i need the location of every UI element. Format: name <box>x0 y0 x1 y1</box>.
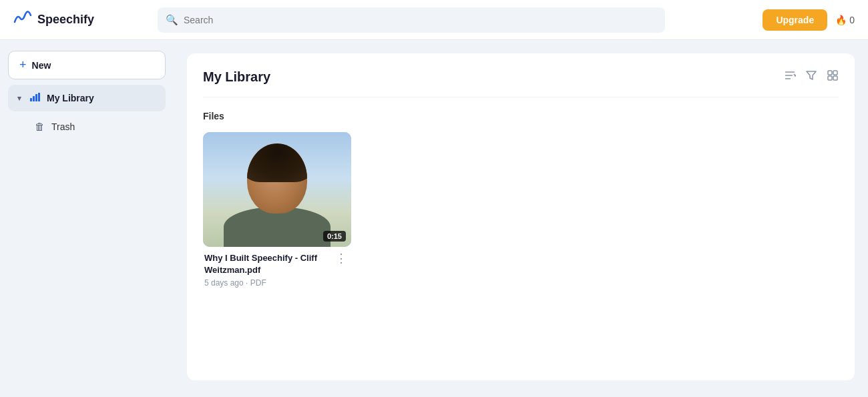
fire-badge: 🔥 0 <box>835 15 855 25</box>
fire-icon: 🔥 <box>835 15 847 25</box>
file-name: Why I Built Speechify - Cliff Weitzman.p… <box>204 252 333 276</box>
search-icon: 🔍 <box>166 14 178 26</box>
sidebar-item-my-library[interactable]: ▾ My Library <box>8 85 166 111</box>
file-type: PDF <box>250 278 266 288</box>
file-card[interactable]: 0:15 Why I Built Speechify - Cliff Weitz… <box>203 132 351 288</box>
file-menu-button[interactable]: ⋮ <box>333 251 350 266</box>
svg-rect-2 <box>35 94 37 101</box>
trash-icon: 🗑 <box>35 121 45 132</box>
toolbar-icons <box>784 69 839 85</box>
sidebar-item-trash[interactable]: 🗑 Trash <box>8 114 166 139</box>
file-meta: 5 days ago · PDF <box>204 278 333 288</box>
library-icon <box>29 91 40 105</box>
fire-count: 0 <box>849 15 855 25</box>
search-input[interactable] <box>184 15 657 25</box>
logo-text: Speechify <box>37 13 94 27</box>
app-header: Speechify 🔍 Upgrade 🔥 0 <box>0 0 868 40</box>
library-card: My Library <box>187 53 855 380</box>
svg-rect-1 <box>33 96 35 101</box>
person-head <box>247 143 307 214</box>
thumbnail-image <box>203 132 351 247</box>
svg-rect-8 <box>828 71 832 75</box>
file-age: 5 days ago <box>204 278 244 288</box>
svg-rect-3 <box>38 93 40 101</box>
new-button[interactable]: + New <box>8 51 166 79</box>
file-info: Why I Built Speechify - Cliff Weitzman.p… <box>203 247 351 288</box>
files-grid: 0:15 Why I Built Speechify - Cliff Weitz… <box>203 132 839 288</box>
files-section-label: Files <box>203 111 839 121</box>
divider <box>203 97 839 97</box>
file-details: Why I Built Speechify - Cliff Weitzman.p… <box>204 252 333 288</box>
sidebar-item-label: My Library <box>47 93 94 103</box>
file-type-separator: · <box>246 278 250 288</box>
svg-rect-9 <box>833 71 837 75</box>
duration-badge: 0:15 <box>323 231 346 242</box>
page-title: My Library <box>203 69 270 85</box>
sidebar: + New ▾ My Library 🗑 Trash <box>0 40 174 397</box>
svg-rect-0 <box>30 98 32 101</box>
header-right: Upgrade 🔥 0 <box>763 9 855 31</box>
chevron-down-icon: ▾ <box>17 94 21 103</box>
logo-icon <box>13 10 32 30</box>
grid-view-icon[interactable] <box>827 69 839 85</box>
svg-rect-11 <box>833 76 837 80</box>
svg-rect-10 <box>828 76 832 80</box>
main-header: My Library <box>203 69 839 85</box>
filter-icon[interactable] <box>805 69 817 85</box>
search-bar[interactable]: 🔍 <box>158 7 665 33</box>
sidebar-item-label: Trash <box>51 121 75 132</box>
upgrade-button[interactable]: Upgrade <box>763 9 827 31</box>
main-content: My Library <box>174 40 868 397</box>
logo-area: Speechify <box>13 10 147 30</box>
plus-icon: + <box>19 58 27 72</box>
new-label: New <box>32 60 51 71</box>
svg-marker-7 <box>807 71 816 79</box>
sort-icon[interactable] <box>784 69 796 85</box>
app-body: + New ▾ My Library 🗑 Trash My <box>0 40 868 397</box>
person-hair <box>247 143 307 182</box>
file-thumbnail: 0:15 <box>203 132 351 247</box>
